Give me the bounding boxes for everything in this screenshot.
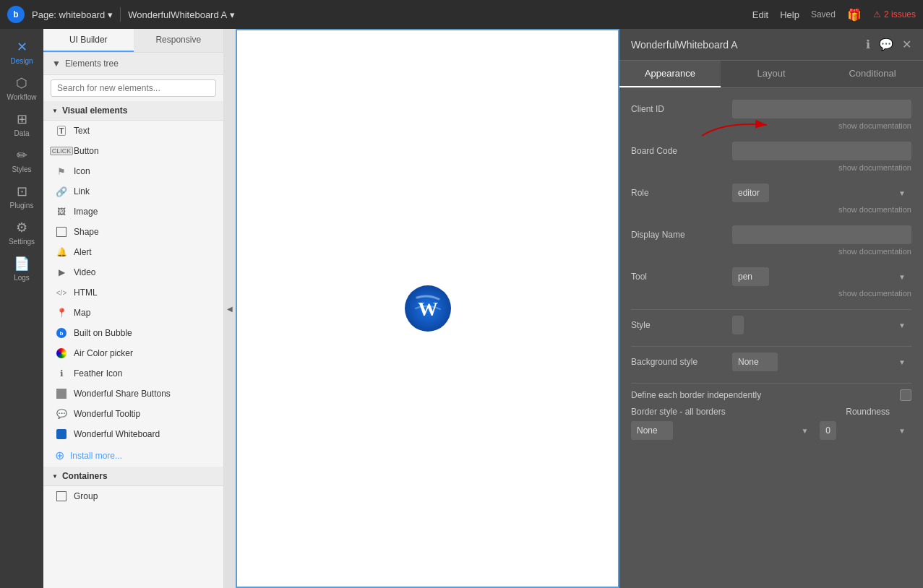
style-select[interactable]	[732, 316, 744, 334]
search-input[interactable]	[51, 79, 216, 97]
display-name-input[interactable]	[732, 225, 911, 244]
tab-responsive[interactable]: Responsive	[134, 29, 224, 52]
element-item-tooltip[interactable]: 💬 Wonderful Tooltip	[43, 404, 223, 424]
role-doc[interactable]: show documentation	[631, 205, 911, 214]
tab-appearance[interactable]: Appearance	[619, 61, 721, 87]
sidebar-item-styles[interactable]: ✏ Styles	[1, 143, 42, 178]
edit-button[interactable]: Edit	[752, 9, 768, 20]
border-independent-checkbox[interactable]	[900, 389, 911, 401]
feather-icon-icon: ℹ	[55, 367, 68, 380]
element-item-whiteboard[interactable]: Wonderful Whiteboard	[43, 424, 223, 444]
style-select-wrapper	[732, 316, 911, 334]
install-more-label: Install more...	[70, 451, 122, 461]
alert-icon: 🔔	[55, 246, 68, 259]
tab-ui-builder[interactable]: UI Builder	[43, 29, 134, 52]
sidebar-item-label-data: Data	[14, 129, 29, 137]
element-item-link[interactable]: 🔗 Link	[43, 181, 223, 202]
element-item-image[interactable]: 🖼 Image	[43, 202, 223, 222]
built-on-bubble-icon: b	[55, 327, 68, 340]
display-name-doc[interactable]: show documentation	[631, 247, 911, 256]
element-item-button[interactable]: CLICK Button	[43, 141, 223, 161]
role-field: Role editor viewer show documentation	[631, 183, 911, 214]
element-label: Group	[74, 491, 98, 501]
share-buttons-icon	[55, 387, 68, 400]
element-label: Icon	[74, 166, 90, 176]
element-item-air-color-picker[interactable]: Air Color picker	[43, 343, 223, 363]
element-label: Image	[74, 207, 98, 217]
element-item-shape[interactable]: Shape	[43, 222, 223, 242]
style-label: Style	[631, 320, 732, 330]
sidebar-item-data[interactable]: ⊞ Data	[1, 107, 42, 142]
tool-field: Tool pen select eraser show documentatio…	[631, 267, 911, 298]
sidebar-item-design[interactable]: ✕ Design	[1, 35, 42, 69]
client-id-label: Client ID	[631, 104, 732, 114]
border-style-select-wrapper: None Solid Dashed	[631, 421, 814, 440]
element-item-map[interactable]: 📍 Map	[43, 303, 223, 323]
sidebar-item-label-design: Design	[10, 57, 33, 65]
element-item-group[interactable]: Group	[43, 486, 223, 506]
divider-2	[631, 346, 911, 347]
comment-icon[interactable]: 💬	[879, 38, 893, 51]
sidebar-item-plugins[interactable]: ⊡ Plugins	[1, 179, 42, 214]
settings-icon: ⚙	[16, 220, 27, 235]
sidebar-item-logs[interactable]: 📄 Logs	[1, 251, 42, 286]
page-selector[interactable]: Page: whiteboard ▾	[32, 9, 113, 20]
issues-badge[interactable]: ⚠ 2 issues	[873, 9, 916, 20]
tool-select[interactable]: pen select eraser	[732, 267, 769, 286]
background-style-select[interactable]: None Flat Gradient Image	[732, 353, 778, 371]
panel-collapse-handle[interactable]: ◀	[224, 29, 236, 588]
display-name-field: Display Name show documentation	[631, 225, 911, 256]
containers-collapse-icon: ▼	[52, 473, 58, 480]
tab-conditional[interactable]: Conditional	[822, 61, 923, 87]
style-field: Style	[631, 316, 911, 334]
roundness-label: Roundness	[846, 407, 890, 417]
border-independent-row: Define each border independently	[631, 389, 911, 401]
elements-tree-header[interactable]: ▼ Elements tree	[43, 53, 223, 75]
board-code-input[interactable]	[732, 142, 911, 160]
gift-icon[interactable]: 🎁	[847, 8, 862, 22]
issues-count: 2 issues	[884, 9, 916, 20]
tooltip-icon: 💬	[55, 407, 68, 420]
element-item-icon[interactable]: ⚑ Icon	[43, 161, 223, 181]
roundness-select[interactable]: 0 4 8	[820, 421, 836, 440]
element-item-feather-icon[interactable]: ℹ Feather Icon	[43, 363, 223, 384]
element-item-share-buttons[interactable]: Wonderful Share Buttons	[43, 384, 223, 404]
sidebar-item-workflow[interactable]: ⬡ Workflow	[1, 71, 42, 105]
role-select[interactable]: editor viewer	[732, 183, 769, 202]
right-panel: WonderfulWhiteboard A ℹ 💬 ✕ Appearance L…	[619, 29, 923, 588]
containers-section[interactable]: ▼ Containers	[43, 467, 223, 486]
visual-elements-section[interactable]: ▼ Visual elements	[43, 101, 223, 121]
svg-text:W: W	[418, 298, 438, 320]
tree-collapse-icon: ▼	[52, 59, 61, 69]
element-label: Feather Icon	[74, 368, 122, 379]
html-icon: </>	[55, 286, 68, 299]
element-item-built-on-bubble[interactable]: b Built on Bubble	[43, 323, 223, 343]
tab-layout[interactable]: Layout	[721, 61, 822, 87]
board-code-doc[interactable]: show documentation	[631, 163, 911, 172]
background-style-label: Background style	[631, 357, 732, 367]
close-icon[interactable]: ✕	[902, 38, 911, 51]
border-controls-row: None Solid Dashed 0 4 8	[631, 421, 911, 440]
help-button[interactable]: Help	[780, 9, 799, 20]
border-style-label: Border style - all borders	[631, 407, 726, 417]
icon-sidebar: ✕ Design ⬡ Workflow ⊞ Data ✏ Styles ⊡ Pl…	[0, 29, 43, 588]
element-item-video[interactable]: ▶ Video	[43, 262, 223, 282]
tool-doc[interactable]: show documentation	[631, 289, 911, 298]
install-more-button[interactable]: ⊕ Install more...	[43, 444, 223, 467]
border-style-select[interactable]: None Solid Dashed	[631, 421, 673, 440]
info-icon[interactable]: ℹ	[866, 38, 870, 51]
canvas-inner: W	[237, 30, 618, 587]
elements-panel-tabs: UI Builder Responsive	[43, 29, 223, 53]
element-label: Video	[74, 267, 95, 277]
canvas-area[interactable]: W	[236, 29, 619, 588]
warning-icon: ⚠	[873, 9, 881, 20]
design-icon: ✕	[17, 39, 27, 55]
main-area: ✕ Design ⬡ Workflow ⊞ Data ✏ Styles ⊡ Pl…	[0, 29, 923, 588]
sidebar-item-settings[interactable]: ⚙ Settings	[1, 215, 42, 250]
element-item-html[interactable]: </> HTML	[43, 282, 223, 303]
text-icon: T	[55, 124, 68, 137]
element-item-alert[interactable]: 🔔 Alert	[43, 242, 223, 262]
panel-tabs: Appearance Layout Conditional	[619, 61, 923, 88]
element-item-text[interactable]: T Text	[43, 121, 223, 141]
element-name-selector[interactable]: WonderfulWhiteboard A ▾	[128, 9, 745, 20]
